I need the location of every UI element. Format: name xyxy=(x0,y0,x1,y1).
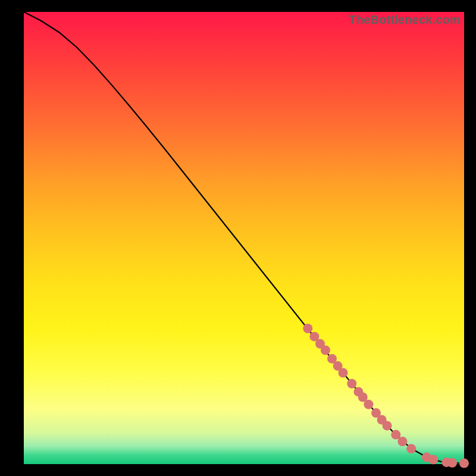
data-marker xyxy=(339,368,348,377)
data-marker xyxy=(364,400,373,409)
curve-line xyxy=(24,12,464,463)
data-marker xyxy=(406,444,416,453)
data-marker xyxy=(428,455,438,464)
marker-group xyxy=(303,324,469,468)
data-marker xyxy=(321,345,330,355)
plot-outer: TheBottleneck.com xyxy=(24,12,464,464)
data-marker xyxy=(303,324,312,333)
data-marker xyxy=(397,437,407,446)
chart-frame: TheBottleneck.com xyxy=(0,0,476,476)
data-marker xyxy=(383,421,392,430)
data-marker xyxy=(447,458,457,468)
data-marker xyxy=(459,458,469,468)
data-marker xyxy=(347,379,356,389)
chart-svg xyxy=(24,12,464,464)
